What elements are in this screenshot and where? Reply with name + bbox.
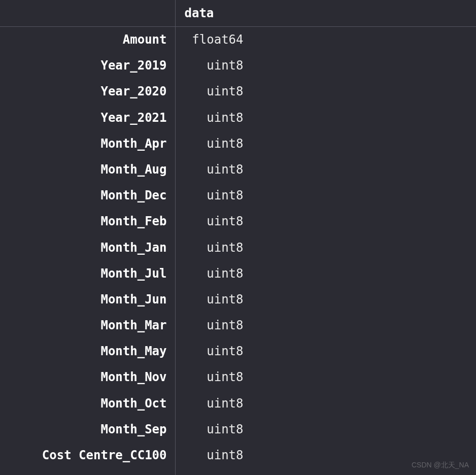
table-row: Month_Decuint8 — [0, 183, 476, 209]
row-value-cell: float64 — [175, 27, 476, 53]
row-index-label: Year_2020 — [0, 79, 175, 105]
row-index-label: Cost Centre_CC101 — [0, 468, 175, 475]
row-value-text: uint8 — [187, 369, 244, 385]
table-row: Month_Mayuint8 — [0, 338, 476, 364]
row-value-cell: uint8 — [175, 313, 476, 338]
column-header-cell: data — [175, 0, 476, 27]
watermark-text: CSDN @北天_NA — [412, 461, 469, 470]
row-value-text: uint8 — [187, 110, 244, 126]
row-index-label: Year_2021 — [0, 105, 175, 131]
dataframe-table: data Amountfloat64Year_2019uint8Year_202… — [0, 0, 476, 475]
row-index-label: Month_Dec — [0, 183, 175, 209]
row-value-cell: uint8 — [175, 79, 476, 105]
table-row: Month_Maruint8 — [0, 313, 476, 338]
row-index-label: Month_Mar — [0, 313, 175, 338]
row-value-cell: uint8 — [175, 53, 476, 79]
row-value-text: uint8 — [187, 292, 244, 308]
row-value-text: uint8 — [187, 240, 244, 256]
dataframe-table-container: data Amountfloat64Year_2019uint8Year_202… — [0, 0, 476, 475]
row-value-cell: uint8 — [175, 364, 476, 390]
table-row: Cost Centre_CC101uint8 — [0, 468, 476, 475]
row-value-cell: uint8 — [175, 235, 476, 261]
row-value-text: uint8 — [187, 422, 244, 437]
row-index-label: Month_Jan — [0, 235, 175, 261]
row-index-label: Month_Jul — [0, 261, 175, 287]
table-row: Month_Junuint8 — [0, 287, 476, 313]
row-index-label: Month_Sep — [0, 417, 175, 443]
row-value-text: uint8 — [187, 266, 244, 282]
row-index-label: Month_Oct — [0, 391, 175, 417]
table-row: Month_Apruint8 — [0, 131, 476, 157]
row-index-label: Month_May — [0, 338, 175, 364]
table-row: Month_Febuint8 — [0, 209, 476, 234]
table-row: Cost Centre_CC100uint8 — [0, 443, 476, 468]
row-value-text: uint8 — [187, 318, 244, 333]
row-index-label: Year_2019 — [0, 53, 175, 79]
table-row: Year_2019uint8 — [0, 53, 476, 79]
row-value-cell: uint8 — [175, 417, 476, 443]
row-index-label: Month_Nov — [0, 364, 175, 390]
table-row: Month_Sepuint8 — [0, 417, 476, 443]
row-value-text: uint8 — [187, 344, 244, 359]
table-row: Month_Auguint8 — [0, 157, 476, 183]
row-value-cell: uint8 — [175, 105, 476, 131]
row-value-text: uint8 — [187, 58, 244, 74]
row-value-cell: uint8 — [175, 209, 476, 234]
row-value-text: float64 — [187, 32, 244, 48]
table-row: Year_2020uint8 — [0, 79, 476, 105]
row-value-text: uint8 — [187, 188, 244, 203]
row-value-text: uint8 — [187, 448, 244, 463]
row-index-label: Month_Apr — [0, 131, 175, 157]
row-value-cell: uint8 — [175, 338, 476, 364]
row-value-text: uint8 — [187, 214, 244, 229]
row-index-label: Month_Aug — [0, 157, 175, 183]
row-value-cell: uint8 — [175, 287, 476, 313]
table-body: Amountfloat64Year_2019uint8Year_2020uint… — [0, 27, 476, 476]
table-row: Year_2021uint8 — [0, 105, 476, 131]
row-value-text: uint8 — [187, 162, 244, 178]
row-value-cell: uint8 — [175, 157, 476, 183]
table-row: Amountfloat64 — [0, 27, 476, 53]
row-index-label: Amount — [0, 27, 175, 53]
row-value-cell: uint8 — [175, 131, 476, 157]
table-row: Month_Januint8 — [0, 235, 476, 261]
table-row: Month_Novuint8 — [0, 364, 476, 390]
row-value-text: uint8 — [187, 84, 244, 99]
table-row: Month_Juluint8 — [0, 261, 476, 287]
table-row: Month_Octuint8 — [0, 391, 476, 417]
row-value-cell: uint8 — [175, 261, 476, 287]
row-index-label: Cost Centre_CC100 — [0, 443, 175, 468]
row-index-label: Month_Feb — [0, 209, 175, 234]
row-value-text: uint8 — [187, 136, 244, 152]
table-header-row: data — [0, 0, 476, 27]
row-value-cell: uint8 — [175, 183, 476, 209]
row-value-cell: uint8 — [175, 391, 476, 417]
index-header-cell — [0, 0, 175, 27]
row-value-text: uint8 — [187, 396, 244, 412]
row-index-label: Month_Jun — [0, 287, 175, 313]
